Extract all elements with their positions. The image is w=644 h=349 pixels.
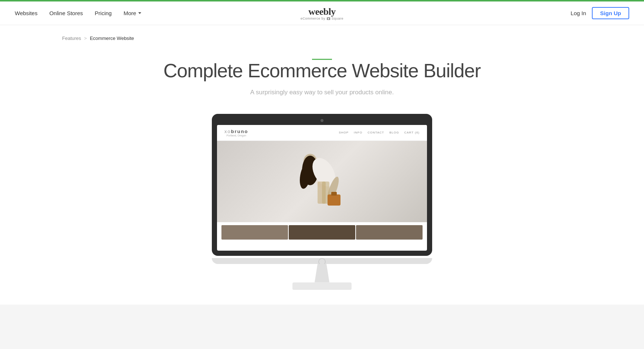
monitor-stand-base (292, 282, 352, 290)
store-logo-text: xobruno (224, 129, 248, 134)
nav-left: Websites Online Stores Pricing More (15, 10, 141, 16)
chevron-down-icon (138, 12, 141, 14)
product-thumb-2 (289, 225, 355, 240)
main-content: Features > Ecommerce Website Complete Ec… (0, 25, 644, 305)
logo-wordmark: weebly (308, 6, 336, 17)
login-link[interactable]: Log In (571, 10, 586, 16)
store-nav: xobruno Portland, Oregon SHOP INFO CONTA… (217, 125, 427, 141)
nav-more-dropdown[interactable]: More (123, 10, 141, 16)
monitor-bottom-bar (212, 258, 432, 264)
store-nav-shop: SHOP (339, 131, 349, 134)
nav-pricing[interactable]: Pricing (95, 10, 112, 16)
store-nav-links: SHOP INFO CONTACT BLOG CART (6) (339, 131, 420, 134)
monitor-body: xobruno Portland, Oregon SHOP INFO CONTA… (212, 114, 432, 290)
svg-rect-9 (331, 192, 337, 196)
nav-websites[interactable]: Websites (15, 10, 37, 16)
signup-button[interactable]: Sign Up (592, 7, 629, 19)
monitor-frame: xobruno Portland, Oregon SHOP INFO CONTA… (212, 114, 432, 256)
product-thumbnails (217, 222, 427, 243)
square-icon: ■ (327, 17, 330, 20)
store-logo-area: xobruno Portland, Oregon (224, 129, 248, 137)
store-logo-sub: Portland, Oregon (224, 134, 248, 137)
store-nav-info: INFO (354, 131, 362, 134)
product-thumb-1 (221, 225, 288, 240)
monitor-screen: xobruno Portland, Oregon SHOP INFO CONTA… (217, 125, 427, 251)
breadcrumb: Features > Ecommerce Website (0, 25, 644, 41)
product-thumb-3 (356, 225, 423, 240)
svg-rect-8 (328, 194, 340, 206)
store-nav-blog: BLOG (389, 131, 399, 134)
logo-tagline: eCommerce by ■ Square (301, 17, 343, 20)
hero-title: Complete Ecommerce Website Builder (15, 60, 629, 82)
person-silhouette (278, 141, 366, 222)
monitor-mockup: xobruno Portland, Oregon SHOP INFO CONTA… (15, 114, 629, 290)
hero-subtitle: A surprisingly easy way to sell your pro… (15, 89, 629, 96)
monitor-stand-neck (315, 264, 329, 282)
logo[interactable]: weebly eCommerce by ■ Square (301, 6, 343, 20)
monitor-camera (321, 119, 323, 122)
hero-section: Complete Ecommerce Website Builder A sur… (0, 41, 644, 290)
breadcrumb-parent[interactable]: Features (62, 35, 81, 41)
store-nav-cart: CART (6) (404, 131, 420, 134)
breadcrumb-separator: > (84, 35, 87, 41)
store-nav-contact: CONTACT (367, 131, 384, 134)
header: Websites Online Stores Pricing More weeb… (0, 1, 644, 25)
nav-online-stores[interactable]: Online Stores (49, 10, 83, 16)
nav-right: Log In Sign Up (571, 7, 629, 19)
page-background (0, 305, 644, 349)
store-hero-image (217, 141, 427, 222)
breadcrumb-current: Ecommerce Website (90, 35, 134, 41)
